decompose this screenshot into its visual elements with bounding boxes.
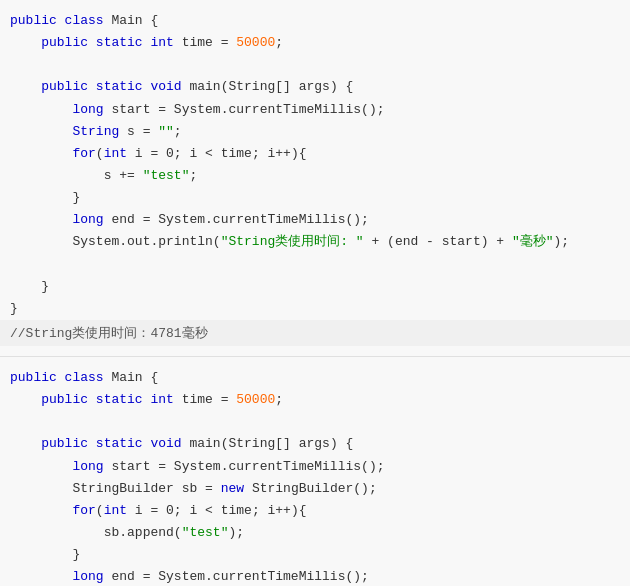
code-token: [10, 525, 104, 540]
code-token: static: [96, 392, 151, 407]
code-token: ;: [174, 124, 182, 139]
code-line: public class Main {: [0, 367, 630, 389]
code-token: [10, 459, 72, 474]
code-token: static: [96, 436, 151, 451]
code-line: public static void main(String[] args) {: [0, 433, 630, 455]
code-token: i = 0; i < time; i++){: [135, 146, 307, 161]
code-line: s += "test";: [0, 165, 630, 187]
code-token: [10, 168, 104, 183]
code-line: public static void main(String[] args) {: [0, 76, 630, 98]
code-token: public: [41, 35, 96, 50]
code-token: }: [72, 547, 80, 562]
code-token: [10, 212, 72, 227]
code-token: long: [72, 212, 111, 227]
code-line: }: [0, 544, 630, 566]
code-token: int: [150, 35, 181, 50]
code-token: 50000: [236, 392, 275, 407]
code-line: long end = System.currentTimeMillis();: [0, 209, 630, 231]
code-token: int: [104, 503, 135, 518]
code-token: [10, 547, 72, 562]
code-token: new: [221, 481, 252, 496]
code-token: "String类使用时间: ": [221, 234, 364, 249]
code-line: [0, 54, 630, 76]
code-token: int: [104, 146, 135, 161]
code-line: System.out.println("String类使用时间: " + (en…: [0, 231, 630, 253]
code-token: sb =: [182, 481, 221, 496]
code-token: }: [72, 190, 80, 205]
code-line: public static int time = 50000;: [0, 32, 630, 54]
code-token: "": [158, 124, 174, 139]
code-token: Main {: [111, 13, 158, 28]
code-token: s +=: [104, 168, 143, 183]
code-line: }: [0, 187, 630, 209]
code-token: main(String[] args) {: [189, 436, 353, 451]
code-token: public: [10, 13, 65, 28]
code-line: }: [0, 298, 630, 320]
code-token: "test": [182, 525, 229, 540]
code-token: public: [41, 392, 96, 407]
code-token: time =: [182, 35, 237, 50]
code-token: long: [72, 459, 111, 474]
code-line: public class Main {: [0, 10, 630, 32]
code-line: for(int i = 0; i < time; i++){: [0, 500, 630, 522]
code-token: i = 0; i < time; i++){: [135, 503, 307, 518]
code-token: void: [150, 79, 189, 94]
code-token: ;: [275, 35, 283, 50]
code-token: public: [41, 436, 96, 451]
code-token: [10, 569, 72, 584]
code-token: void: [150, 436, 189, 451]
code-line: String s = "";: [0, 121, 630, 143]
code-token: }: [10, 301, 18, 316]
code-token: end = System.currentTimeMillis();: [111, 569, 368, 584]
code-block-1: public class Main { public static int ti…: [0, 0, 630, 357]
code-token: [10, 124, 72, 139]
code-block-2: public class Main { public static int ti…: [0, 357, 630, 586]
code-line: for(int i = 0; i < time; i++){: [0, 143, 630, 165]
code-token: [10, 279, 41, 294]
code-token: 50000: [236, 35, 275, 50]
code-token: "test": [143, 168, 190, 183]
code-token: long: [72, 102, 111, 117]
code-token: start = System.currentTimeMillis();: [111, 102, 384, 117]
code-token: end = System.currentTimeMillis();: [111, 212, 368, 227]
code-token: [10, 79, 41, 94]
code-line: long start = System.currentTimeMillis();: [0, 99, 630, 121]
code-token: StringBuilder: [72, 481, 181, 496]
code-token: StringBuilder();: [252, 481, 377, 496]
code-line: long end = System.currentTimeMillis();: [0, 566, 630, 586]
code-token: static: [96, 79, 151, 94]
code-line: long start = System.currentTimeMillis();: [0, 456, 630, 478]
code-token: (: [96, 146, 104, 161]
app-container: public class Main { public static int ti…: [0, 0, 630, 586]
code-line: }: [0, 276, 630, 298]
code-token: for: [72, 503, 95, 518]
code-token: [10, 481, 72, 496]
code-token: [10, 234, 72, 249]
code-token: [10, 392, 41, 407]
code-token: int: [150, 392, 181, 407]
code-token: sb.append(: [104, 525, 182, 540]
code-line: [0, 411, 630, 433]
code-token: );: [554, 234, 570, 249]
code-token: [10, 102, 72, 117]
code-token: [10, 35, 41, 50]
code-token: [10, 190, 72, 205]
code-token: ;: [189, 168, 197, 183]
code-token: ;: [275, 392, 283, 407]
code-token: public: [10, 370, 65, 385]
code-token: class: [65, 370, 112, 385]
code-token: for: [72, 146, 95, 161]
code-token: start = System.currentTimeMillis();: [111, 459, 384, 474]
code-token: main(String[] args) {: [189, 79, 353, 94]
code-token: "毫秒": [512, 234, 554, 249]
code-token: System.out.println(: [72, 234, 220, 249]
code-token: + (end - start) +: [364, 234, 512, 249]
code-line: [0, 254, 630, 276]
code-token: );: [228, 525, 244, 540]
code-token: String: [72, 124, 127, 139]
code-token: [10, 146, 72, 161]
code-token: time =: [182, 392, 237, 407]
code-token: s =: [127, 124, 158, 139]
code-token: long: [72, 569, 111, 584]
code-token: static: [96, 35, 151, 50]
